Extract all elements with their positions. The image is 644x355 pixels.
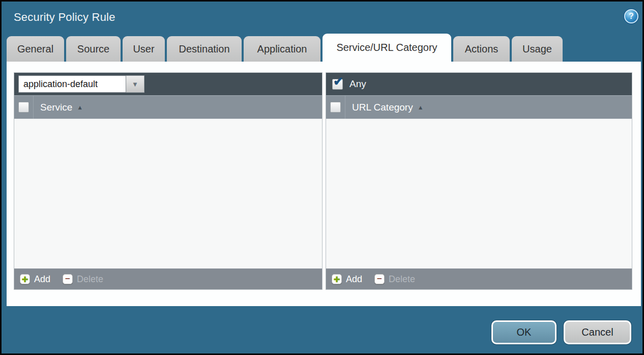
service-column-header[interactable]: Service — [40, 102, 72, 113]
url-category-list — [326, 119, 632, 268]
checkmark-icon: ✔ — [333, 75, 343, 88]
help-icon[interactable]: ? — [624, 9, 638, 23]
any-checkbox-row: ✔ Any — [330, 78, 366, 90]
tab-application[interactable]: Application — [244, 36, 320, 62]
tab-general[interactable]: General — [7, 36, 64, 62]
url-category-select-all[interactable] — [326, 96, 345, 119]
service-type-value[interactable]: application-default — [18, 75, 126, 93]
any-checkbox-label[interactable]: Any — [349, 78, 366, 90]
url-category-delete-button[interactable]: − Delete — [374, 274, 415, 285]
service-add-button[interactable]: ✚ Add — [20, 274, 50, 285]
delete-icon: − — [374, 274, 385, 284]
help-glyph: ? — [629, 12, 634, 20]
url-category-panel: ✔ Any URL Category ▲ ✚ Add — [326, 72, 632, 290]
plus-glyph: ✚ — [22, 276, 28, 283]
service-toolbar: application-default ▼ — [14, 73, 322, 95]
tab-bar: General Source User Destination Applicat… — [7, 34, 563, 62]
url-category-toolbar: ✔ Any — [326, 73, 632, 95]
service-select-all[interactable] — [14, 96, 34, 119]
cancel-button[interactable]: Cancel — [564, 320, 631, 344]
sort-asc-icon: ▲ — [77, 104, 83, 111]
delete-icon: − — [63, 274, 73, 284]
service-delete-button[interactable]: − Delete — [63, 274, 103, 285]
dialog-title: Security Policy Rule — [14, 11, 115, 24]
service-grid-footer: ✚ Add − Delete — [14, 268, 322, 289]
add-icon: ✚ — [332, 274, 342, 284]
add-button-label: Add — [346, 274, 362, 285]
service-list — [14, 119, 322, 268]
tab-service-url-category[interactable]: Service/URL Category — [323, 34, 451, 62]
url-category-grid-footer: ✚ Add − Delete — [326, 268, 632, 289]
delete-button-label: Delete — [389, 274, 415, 285]
add-button-label: Add — [34, 274, 50, 285]
any-checkbox[interactable]: ✔ — [332, 79, 343, 90]
tab-user[interactable]: User — [123, 36, 165, 62]
dropdown-arrow-icon: ▼ — [132, 81, 138, 88]
minus-glyph: − — [65, 275, 70, 283]
add-icon: ✚ — [20, 274, 30, 284]
service-panel: application-default ▼ Service ▲ ✚ — [14, 72, 323, 290]
checkbox-unchecked-icon — [330, 102, 341, 113]
minus-glyph: − — [377, 275, 382, 283]
service-type-dropdown-button[interactable]: ▼ — [126, 75, 144, 93]
service-type-combobox: application-default ▼ — [18, 75, 144, 93]
tab-destination[interactable]: Destination — [167, 36, 242, 62]
tab-source[interactable]: Source — [66, 36, 121, 62]
delete-button-label: Delete — [77, 274, 103, 285]
checkbox-unchecked-icon — [18, 102, 29, 113]
url-category-add-button[interactable]: ✚ Add — [332, 274, 362, 285]
sort-asc-icon: ▲ — [418, 104, 424, 111]
tab-content: application-default ▼ Service ▲ ✚ — [7, 62, 641, 306]
plus-glyph: ✚ — [334, 276, 340, 283]
service-grid-header: Service ▲ — [14, 95, 322, 119]
url-category-column-header[interactable]: URL Category — [352, 102, 413, 113]
tab-actions[interactable]: Actions — [453, 36, 510, 62]
security-policy-rule-dialog: Security Policy Rule ? General Source Us… — [0, 0, 644, 355]
url-category-grid-header: URL Category ▲ — [326, 95, 632, 119]
ok-button[interactable]: OK — [491, 320, 557, 344]
tab-usage[interactable]: Usage — [512, 36, 563, 62]
